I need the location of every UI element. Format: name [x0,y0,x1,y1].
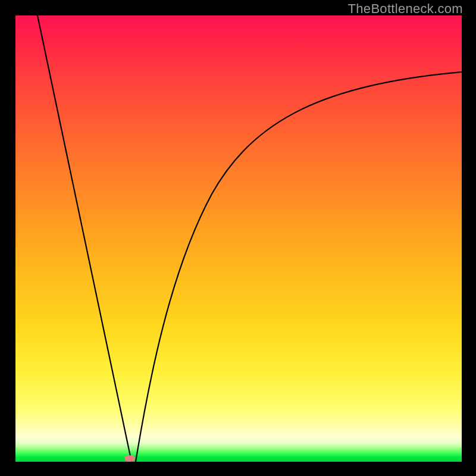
plot-area [15,15,462,462]
bottleneck-curve [15,15,462,462]
bottleneck-marker [124,455,135,462]
curve-right-branch [136,72,462,462]
brand-watermark: TheBottleneck.com [348,1,463,17]
outer-frame: TheBottleneck.com [0,0,476,476]
curve-left-branch [37,15,131,462]
